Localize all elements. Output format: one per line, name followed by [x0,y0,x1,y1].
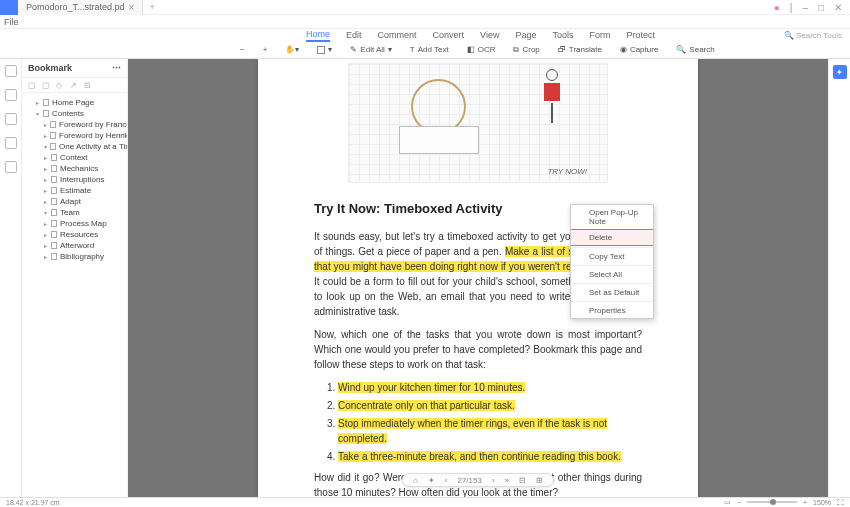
highlight-step-3[interactable]: Stop immediately when the timer rings, e… [338,418,607,444]
context-menu-item[interactable]: Select All [571,267,653,282]
bookmark-item[interactable]: ▸Mechanics [22,163,127,174]
bookmark-item[interactable]: ▸Resources [22,229,127,240]
add-bookmark-icon[interactable]: ▢ [28,81,36,89]
ribbon-tab-convert[interactable]: Convert [433,29,465,41]
context-menu-item[interactable]: Copy Text [571,249,653,264]
new-tab-button[interactable]: + [143,2,160,12]
expand-icon[interactable]: ▸ [44,242,48,249]
edit-all-button[interactable]: ✎ Edit All▾ [350,45,391,54]
highlight-step-1[interactable]: Wind up your kitchen timer for 10 minute… [338,382,525,393]
bookmark-item[interactable]: ▸Bibliography [22,251,127,262]
user-icon[interactable]: ● [774,2,780,13]
bookmark-item[interactable]: ▾Team [22,207,127,218]
bookmark-item[interactable]: ▸Adapt [22,196,127,207]
nav-layout-2-icon[interactable]: ⊞ [536,476,543,485]
bookmark-item[interactable]: ▸Home Page [22,97,127,108]
zoom-out-button[interactable]: − [240,45,245,54]
bookmark-tool-4-icon[interactable]: ↗ [70,81,78,89]
expand-icon[interactable]: ▸ [44,165,48,172]
bookmark-tool-2-icon[interactable]: ▢ [42,81,50,89]
bookmark-item[interactable]: ▸Afterword [22,240,127,251]
expand-icon[interactable]: ▸ [44,253,48,260]
crop-button[interactable]: ⧉ Crop [513,45,539,55]
nav-fit-icon[interactable]: ✦ [428,476,435,485]
expand-icon[interactable]: ▸ [44,121,47,128]
context-menu-label: Open Pop-Up Note [589,208,638,226]
expand-icon[interactable]: ▾ [36,110,40,117]
comments-icon[interactable] [5,137,17,149]
zoom-slider[interactable] [747,501,797,503]
panel-menu-icon[interactable]: ⋯ [112,63,121,73]
bookmark-label: Adapt [60,197,81,206]
nav-next-icon[interactable]: › [492,476,495,485]
expand-icon[interactable]: ▾ [44,143,47,150]
bookmark-label: One Activity at a Time [59,142,127,151]
thumbnails-icon[interactable] [5,65,17,77]
search-panel-icon[interactable] [5,161,17,173]
expand-icon[interactable]: ▸ [36,99,40,106]
nav-home-icon[interactable]: ⌂ [413,476,418,485]
search-button[interactable]: 🔍 Search [676,45,714,54]
context-menu-item[interactable]: Open Pop-Up Note [571,205,653,229]
search-tools[interactable]: 🔍 Search Tools [784,31,850,40]
bookmark-doc-icon [43,110,49,117]
fullscreen-icon[interactable]: ⛶ [837,499,844,506]
expand-icon[interactable]: ▸ [44,176,48,183]
document-viewport[interactable]: TRY NOW! Try It Now: Timeboxed Activity … [128,59,828,497]
expand-icon[interactable]: ▾ [44,209,48,216]
highlight-step-2[interactable]: Concentrate only on that particular task… [338,400,515,411]
bookmark-item[interactable]: ▸Foreword by Francesco Cirillo [22,119,127,130]
view-mode-icon[interactable]: ▭ [724,498,731,506]
bookmark-item[interactable]: ▸Estimate [22,185,127,196]
expand-icon[interactable]: ▸ [44,187,48,194]
ribbon-tab-edit[interactable]: Edit [346,29,362,41]
zoom-in-button[interactable]: + [263,45,268,54]
ribbon-tab-tools[interactable]: Tools [552,29,573,41]
ribbon-tabs: Home Edit Comment Convert View Page Tool… [0,29,850,41]
close-button[interactable]: ✕ [834,2,842,13]
menu-file[interactable]: File [4,17,19,27]
translate-button[interactable]: 🗗 Translate [558,45,602,54]
bookmark-tool-3-icon[interactable]: ◇ [56,81,64,89]
ribbon-tab-page[interactable]: Page [515,29,536,41]
expand-icon[interactable]: ▸ [44,132,47,139]
context-menu-item[interactable]: Set as Default [571,285,653,300]
ribbon-tab-form[interactable]: Form [589,29,610,41]
ocr-button[interactable]: ◧ OCR [467,45,496,54]
ribbon-tab-comment[interactable]: Comment [378,29,417,41]
bookmark-item[interactable]: ▸Interruptions [22,174,127,185]
ribbon-tab-protect[interactable]: Protect [626,29,655,41]
expand-icon[interactable]: ▸ [44,154,48,161]
bookmark-tool-5-icon[interactable]: ⊟ [84,81,92,89]
bookmark-item[interactable]: ▾One Activity at a Time [22,141,127,152]
nav-layout-1-icon[interactable]: ⊟ [519,476,526,485]
page-indicator[interactable]: 27/153 [457,476,481,485]
ribbon-tab-home[interactable]: Home [306,28,330,42]
tab-close-icon[interactable]: × [129,2,135,13]
maximize-button[interactable]: □ [818,2,824,13]
expand-icon[interactable]: ▸ [44,231,48,238]
select-tool[interactable]: ▾ [317,45,332,54]
bookmark-item[interactable]: ▸Context [22,152,127,163]
expand-icon[interactable]: ▸ [44,198,48,205]
zoom-out-icon[interactable]: − [737,499,741,506]
bookmark-item[interactable]: ▾Contents [22,108,127,119]
minimize-button[interactable]: – [802,2,808,13]
bookmark-icon[interactable] [5,89,17,101]
context-menu-item[interactable]: Properties [571,303,653,318]
capture-button[interactable]: ◉ Capture [620,45,658,54]
document-tab[interactable]: Pomodoro_T...strated.pd × [18,0,143,15]
context-menu-item[interactable]: Delete [571,229,653,246]
nav-last-icon[interactable]: » [505,476,509,485]
zoom-in-icon[interactable]: + [803,499,807,506]
bookmark-item[interactable]: ▸Process Map [22,218,127,229]
ribbon-tab-view[interactable]: View [480,29,499,41]
hand-tool[interactable]: ✋▾ [285,45,299,54]
bookmark-item[interactable]: ▸Foreword by Henrik Kniberg [22,130,127,141]
add-text-button[interactable]: T Add Text [410,45,449,54]
right-rail-button[interactable]: ✦ [833,65,847,79]
attachments-icon[interactable] [5,113,17,125]
highlight-step-4[interactable]: Take a three-minute break, and then cont… [338,451,621,462]
expand-icon[interactable]: ▸ [44,220,48,227]
nav-prev-icon[interactable]: ‹ [445,476,448,485]
